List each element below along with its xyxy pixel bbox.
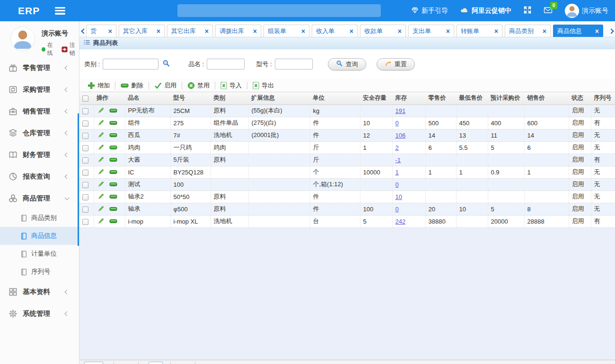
logout-link[interactable]: 注销 <box>70 41 79 57</box>
stock-link[interactable]: 191 <box>395 107 406 114</box>
tab-11[interactable]: 商品信息× <box>553 25 603 37</box>
messages-button[interactable]: 0 <box>544 6 553 15</box>
delete-icon[interactable] <box>109 131 117 139</box>
tab-close-icon[interactable]: × <box>253 27 257 35</box>
delete-icon[interactable] <box>109 217 117 225</box>
column-header-2[interactable]: 操作 <box>94 92 125 104</box>
tab-close-icon[interactable]: × <box>446 27 450 35</box>
sidebar-subitem-1[interactable]: 商品类别 <box>0 209 79 227</box>
tab-7[interactable]: 收款单× <box>360 25 406 37</box>
row-checkbox[interactable] <box>82 219 88 225</box>
edit-icon[interactable] <box>97 156 105 164</box>
column-header-14[interactable]: 状态 <box>569 92 591 104</box>
column-header-15[interactable]: 序列号 <box>591 92 615 104</box>
sidebar-item-6[interactable]: 报表查询 <box>0 165 79 187</box>
sidebar-subitem-4[interactable]: 序列号 <box>0 263 79 281</box>
model-input[interactable] <box>275 59 313 69</box>
select-all-checkbox[interactable] <box>82 95 88 102</box>
category-input[interactable] <box>103 59 158 69</box>
column-header-1[interactable] <box>79 92 94 104</box>
delete-icon[interactable] <box>109 181 117 188</box>
column-header-8[interactable]: 安全存量 <box>360 92 392 104</box>
search-button[interactable]: 查询 <box>328 58 366 70</box>
tab-close-icon[interactable]: × <box>595 27 599 35</box>
tab-close-icon[interactable]: × <box>398 27 402 35</box>
tab-2[interactable]: 其它入库× <box>119 25 165 37</box>
tab-close-icon[interactable]: × <box>543 27 546 35</box>
tab-close-icon[interactable]: × <box>350 27 353 35</box>
tab-scroll-right-icon[interactable] <box>608 25 615 37</box>
guide-link[interactable]: 新手引导 <box>411 6 448 15</box>
stock-link[interactable]: 242 <box>395 218 406 225</box>
toolbar-button-5[interactable]: 导入 <box>216 80 246 91</box>
edit-icon[interactable] <box>97 205 105 213</box>
delete-icon[interactable] <box>109 168 117 176</box>
tab-close-icon[interactable]: × <box>205 27 209 35</box>
user-menu[interactable]: 演示账号 <box>565 4 608 18</box>
tab-close-icon[interactable]: × <box>301 27 305 35</box>
tab-9[interactable]: 转账单× <box>457 25 502 37</box>
stock-link[interactable]: 106 <box>395 132 406 139</box>
toolbar-button-6[interactable]: 导出 <box>248 80 278 91</box>
stock-link[interactable]: 1 <box>395 169 399 176</box>
tab-1[interactable]: 货× <box>86 25 116 37</box>
sidebar-item-1[interactable]: 零售管理 <box>0 57 79 78</box>
toolbar-button-3[interactable]: 启用 <box>150 80 181 91</box>
column-header-4[interactable]: 型号 <box>170 92 211 104</box>
toolbar-button-4[interactable]: 禁用 <box>183 80 214 91</box>
page-number-input[interactable] <box>149 362 163 364</box>
stock-link[interactable]: 10 <box>395 193 402 200</box>
sidebar-item-3[interactable]: 销售管理 <box>0 100 79 122</box>
row-checkbox[interactable] <box>82 207 88 213</box>
column-header-6[interactable]: 扩展信息 <box>248 92 310 104</box>
stock-link[interactable]: 0 <box>395 120 399 127</box>
global-search-input[interactable] <box>177 4 381 17</box>
name-input[interactable] <box>207 59 245 69</box>
row-checkbox[interactable] <box>82 157 88 164</box>
row-checkbox[interactable] <box>82 170 88 176</box>
edit-icon[interactable] <box>97 144 105 151</box>
sidebar-item-8[interactable]: 基本资料 <box>0 281 79 303</box>
sidebar-item-7[interactable]: 商品管理 <box>0 187 79 209</box>
sidebar-scrollbar[interactable] <box>78 113 79 246</box>
column-header-7[interactable]: 单位 <box>310 92 360 104</box>
category-lookup-icon[interactable] <box>162 60 170 69</box>
toolbar-button-2[interactable]: 删除 <box>116 80 148 91</box>
delete-icon[interactable] <box>109 193 117 200</box>
row-checkbox[interactable] <box>82 133 88 139</box>
menu-toggle-icon[interactable] <box>55 7 65 15</box>
stock-link[interactable]: -1 <box>395 156 401 164</box>
row-checkbox[interactable] <box>82 121 88 127</box>
tab-scroll-left-icon[interactable] <box>79 25 86 37</box>
sidebar-item-4[interactable]: 仓库管理 <box>0 122 79 144</box>
delete-icon[interactable] <box>109 156 117 164</box>
delete-icon[interactable] <box>109 144 117 151</box>
promo-link[interactable]: 阿里云促销中 <box>460 7 511 15</box>
page-size-select[interactable] <box>84 362 103 364</box>
tab-close-icon[interactable]: × <box>157 27 160 35</box>
stock-link[interactable]: 2 <box>395 144 399 151</box>
edit-icon[interactable] <box>97 119 105 127</box>
sidebar-subitem-3[interactable]: 计量单位 <box>0 245 79 263</box>
tab-10[interactable]: 商品类别× <box>505 25 551 37</box>
fullscreen-button[interactable] <box>524 6 531 15</box>
edit-icon[interactable] <box>97 168 105 176</box>
sidebar-item-5[interactable]: 财务管理 <box>0 144 79 165</box>
column-header-12[interactable]: 预计采购价 <box>488 92 524 104</box>
delete-icon[interactable] <box>109 205 117 213</box>
column-header-13[interactable]: 销售价 <box>524 92 569 104</box>
sidebar-subitem-2[interactable]: 商品信息 <box>0 227 79 245</box>
row-checkbox[interactable] <box>82 194 88 200</box>
tab-3[interactable]: 其它出库× <box>167 25 213 37</box>
row-checkbox[interactable] <box>82 145 88 151</box>
toolbar-button-1[interactable]: 增加 <box>83 80 114 91</box>
tab-5[interactable]: 组装单× <box>264 25 309 37</box>
stock-link[interactable]: 0 <box>395 206 399 213</box>
column-header-3[interactable]: 品名 <box>125 92 170 104</box>
sidebar-item-9[interactable]: 系统管理 <box>0 303 79 324</box>
tab-4[interactable]: 调拨出库× <box>215 25 261 37</box>
sidebar-item-2[interactable]: 采购管理 <box>0 78 79 100</box>
edit-icon[interactable] <box>97 107 105 114</box>
stock-link[interactable]: 0 <box>395 181 399 188</box>
row-checkbox[interactable] <box>82 182 88 188</box>
